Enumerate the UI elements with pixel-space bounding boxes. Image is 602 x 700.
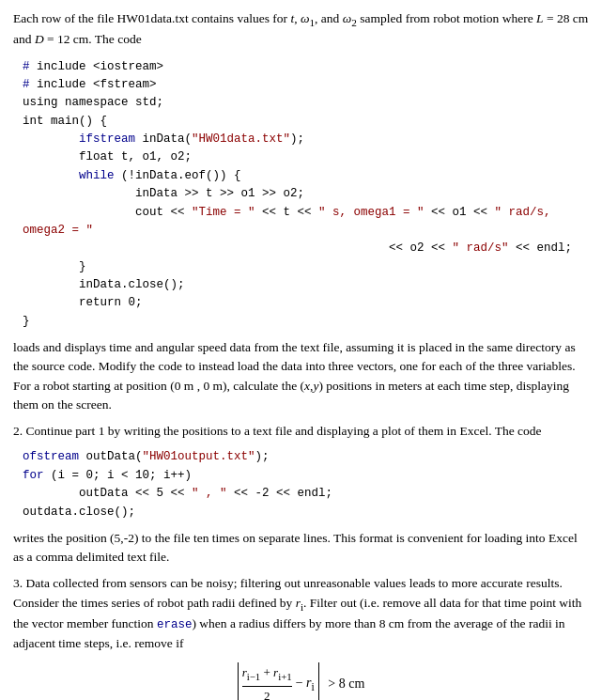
code-line: # include <iostream> [23, 58, 589, 76]
code-line: return 0; [23, 294, 589, 312]
code-line: ifstream inData("HW01data.txt"); [23, 131, 589, 148]
code-line: float t, o1, o2; [23, 148, 589, 166]
code-line: outdata.close(); [23, 504, 589, 521]
code-line: int main() { [23, 113, 589, 131]
section-2-title: 2. Continue part 1 by writing the positi… [13, 422, 589, 441]
description-2: writes the position (5,-2) to the file t… [13, 529, 589, 568]
code-line: << o2 << " rad/s" << endl; [23, 240, 589, 257]
code-line: using namespace std; [23, 94, 589, 112]
code-line: # include <fstream> [23, 76, 589, 94]
code-line: cout << "Time = " << t << " s, omega1 = … [23, 204, 589, 241]
code-line: } [23, 258, 589, 276]
code-block-1: # include <iostream> # include <fstream>… [23, 58, 589, 332]
code-line: for (i = 0; i < 10; i++) [23, 467, 589, 485]
intro-text: Each row of the file HW01data.txt contai… [13, 9, 589, 49]
code-line: while (!inData.eof()) { [23, 167, 589, 185]
code-line: } [23, 313, 589, 331]
math-formula: ri−1 + ri+1 2 − ri > 8 cm [13, 662, 589, 700]
description-1: loads and displays time and angular spee… [13, 338, 589, 414]
code-block-2: ofstream outData("HW01output.txt"); for … [23, 448, 589, 521]
code-line: inData.close(); [23, 276, 589, 294]
section-3-text: 3. Data collected from sensors can be no… [13, 574, 589, 653]
code-line: inData >> t >> o1 >> o2; [23, 185, 589, 203]
code-line: ofstream outData("HW01output.txt"); [23, 448, 589, 466]
code-line: outData << 5 << " , " << -2 << endl; [23, 485, 589, 503]
